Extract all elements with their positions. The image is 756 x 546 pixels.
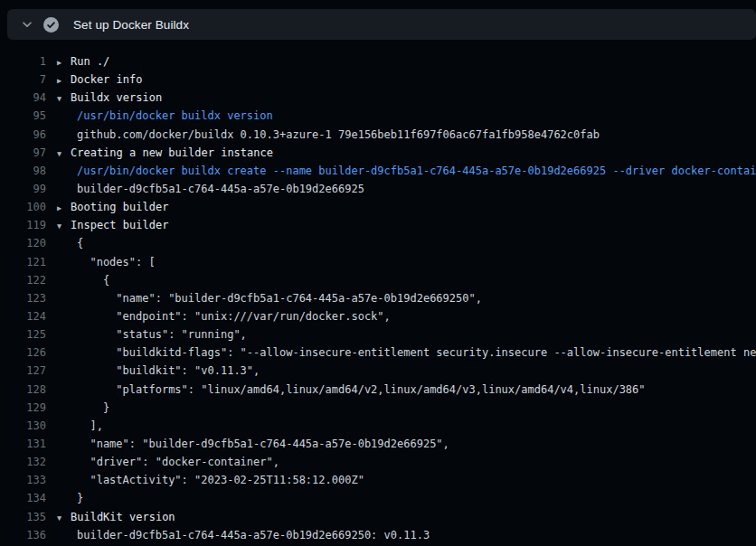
line-number[interactable]: 128 [0, 381, 46, 399]
group-title: Inspect builder [71, 216, 168, 234]
log-view: 1▶Run ./7▶Docker info94▼Buildx version95… [0, 52, 756, 544]
marker-spacer [46, 453, 71, 471]
line-number[interactable]: 122 [0, 271, 46, 289]
log-line-row: 133 "lastActivity": "2023-02-25T11:58:12… [0, 471, 756, 489]
line-number[interactable]: 96 [0, 126, 46, 144]
marker-spacer [46, 417, 71, 435]
line-number[interactable]: 132 [0, 453, 46, 471]
line-number[interactable]: 7 [0, 71, 46, 89]
output-text: "endpoint": "unix:///var/run/docker.sock… [71, 307, 391, 325]
triangle-down-icon[interactable]: ▼ [46, 508, 71, 526]
output-text: builder-d9cfb5a1-c764-445a-a57e-0b19d2e6… [71, 526, 430, 544]
marker-spacer [46, 234, 71, 252]
line-number[interactable]: 123 [0, 289, 46, 307]
output-text: } [71, 489, 83, 507]
command-text: /usr/bin/docker buildx version [71, 107, 273, 125]
marker-spacer [46, 253, 71, 271]
marker-spacer [46, 271, 71, 289]
output-text: "buildkitd-flags": "--allow-insecure-ent… [71, 344, 756, 362]
command-text: /usr/bin/docker buildx create --name bui… [71, 162, 756, 180]
group-title: Docker info [71, 71, 142, 89]
step-title: Set up Docker Buildx [73, 18, 189, 32]
line-number[interactable]: 98 [0, 162, 46, 180]
output-text: "name": "builder-d9cfb5a1-c764-445a-a57e… [71, 435, 449, 453]
marker-spacer [46, 325, 71, 344]
log-group-row[interactable]: 135▼BuildKit version [0, 508, 756, 526]
line-number[interactable]: 119 [0, 216, 46, 234]
log-line-row: 126 "buildkitd-flags": "--allow-insecure… [0, 344, 756, 362]
output-text: } [71, 399, 109, 417]
line-number[interactable]: 133 [0, 471, 46, 489]
step-header[interactable]: Set up Docker Buildx [7, 9, 756, 40]
line-number[interactable]: 120 [0, 234, 46, 252]
line-number[interactable]: 126 [0, 344, 46, 362]
chevron-down-icon[interactable] [20, 17, 34, 32]
line-number[interactable]: 134 [0, 489, 46, 507]
output-text: github.com/docker/buildx 0.10.3+azure-1 … [71, 126, 600, 144]
line-number[interactable]: 97 [0, 144, 46, 162]
marker-spacer [46, 471, 71, 489]
group-title: BuildKit version [71, 508, 175, 526]
log-group-row[interactable]: 7▶Docker info [0, 71, 756, 89]
log-group-row[interactable]: 94▼Buildx version [0, 89, 756, 107]
marker-spacer [46, 289, 71, 307]
log-line-row: 128 "platforms": "linux/amd64,linux/amd6… [0, 381, 756, 399]
log-line-row: 134} [0, 489, 756, 507]
line-number[interactable]: 121 [0, 253, 46, 271]
marker-spacer [46, 107, 71, 125]
step-success-check-icon [43, 17, 59, 33]
output-text: "status": "running", [71, 325, 247, 344]
log-group-row[interactable]: 1▶Run ./ [0, 52, 756, 71]
line-number[interactable]: 136 [0, 526, 46, 544]
line-number[interactable]: 135 [0, 508, 46, 526]
triangle-down-icon[interactable]: ▼ [46, 144, 71, 162]
line-number[interactable]: 100 [0, 198, 46, 216]
log-line-row: 136builder-d9cfb5a1-c764-445a-a57e-0b19d… [0, 526, 756, 544]
line-number[interactable]: 95 [0, 107, 46, 125]
line-number[interactable]: 130 [0, 417, 46, 435]
line-number[interactable]: 131 [0, 435, 46, 453]
line-number[interactable]: 99 [0, 180, 46, 198]
triangle-right-icon[interactable]: ▶ [46, 52, 71, 71]
triangle-down-icon[interactable]: ▼ [46, 89, 71, 107]
log-line-row: 123 "name": "builder-d9cfb5a1-c764-445a-… [0, 289, 756, 307]
group-title: Booting builder [71, 198, 168, 216]
log-group-row[interactable]: 100▶Booting builder [0, 198, 756, 216]
log-line-row: 130 ], [0, 417, 756, 435]
log-line-row: 121 "nodes": [ [0, 253, 756, 271]
log-group-row[interactable]: 97▼Creating a new builder instance [0, 144, 756, 162]
line-number[interactable]: 1 [0, 52, 46, 71]
log-line-row: 127 "buildkit": "v0.11.3", [0, 362, 756, 380]
log-line-row: 129 } [0, 399, 756, 417]
triangle-right-icon[interactable]: ▶ [46, 71, 71, 89]
output-text: "platforms": "linux/amd64,linux/amd64/v2… [71, 381, 646, 399]
log-line-row: 98/usr/bin/docker buildx create --name b… [0, 162, 756, 180]
line-number[interactable]: 125 [0, 325, 46, 344]
output-text: "driver": "docker-container", [71, 453, 279, 471]
log-line-row: 132 "driver": "docker-container", [0, 453, 756, 471]
marker-spacer [46, 526, 71, 544]
marker-spacer [46, 489, 71, 507]
log-group-row[interactable]: 119▼Inspect builder [0, 216, 756, 234]
output-text: "nodes": [ [71, 253, 156, 271]
output-text: "lastActivity": "2023-02-25T11:58:12.000… [71, 471, 364, 489]
log-line-row: 99builder-d9cfb5a1-c764-445a-a57e-0b19d2… [0, 180, 756, 198]
output-text: { [71, 234, 83, 252]
triangle-down-icon[interactable]: ▼ [46, 216, 71, 234]
line-number[interactable]: 94 [0, 89, 46, 107]
marker-spacer [46, 381, 71, 399]
log-line-row: 124 "endpoint": "unix:///var/run/docker.… [0, 307, 756, 325]
line-number[interactable]: 124 [0, 307, 46, 325]
marker-spacer [46, 162, 71, 180]
line-number[interactable]: 129 [0, 399, 46, 417]
group-title: Run ./ [71, 52, 109, 71]
log-line-row: 122 { [0, 271, 756, 289]
marker-spacer [46, 180, 71, 198]
output-text: { [71, 271, 109, 289]
output-text: "buildkit": "v0.11.3", [71, 362, 260, 380]
log-line-row: 95/usr/bin/docker buildx version [0, 107, 756, 125]
triangle-right-icon[interactable]: ▶ [46, 198, 71, 216]
group-title: Creating a new builder instance [71, 144, 273, 162]
line-number[interactable]: 127 [0, 362, 46, 380]
log-line-row: 125 "status": "running", [0, 325, 756, 344]
